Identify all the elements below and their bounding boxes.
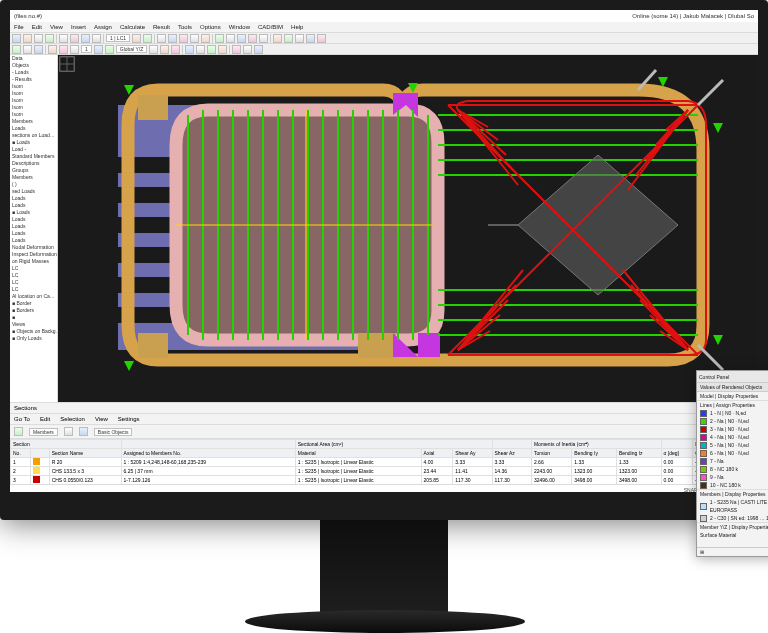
column-header[interactable]: Axial: [421, 449, 453, 458]
menu-cad/bim[interactable]: CAD/BIM: [258, 24, 283, 30]
table-cell[interactable]: 2243.00: [531, 467, 571, 476]
cp-material-item[interactable]: 1 - S235 Na | CASTI LITE EUROPASS: [697, 498, 768, 514]
nav-item[interactable]: Objects: [10, 62, 57, 69]
tool-icon[interactable]: [218, 45, 227, 54]
nav-item[interactable]: Isom: [10, 111, 57, 118]
nav-item[interactable]: LC: [10, 286, 57, 293]
tool-icon[interactable]: [12, 34, 21, 43]
menu-edit[interactable]: Edit: [32, 24, 42, 30]
nav-item[interactable]: Standard Members: [10, 153, 57, 160]
table-row[interactable]: 2CHS 133.5 x 36.25 | 37 mm1 : S235 | Iso…: [11, 467, 758, 476]
table-cell[interactable]: 1323.00: [572, 467, 617, 476]
tool-icon[interactable]: [92, 34, 101, 43]
column-header[interactable]: Section Name: [49, 449, 121, 458]
column-header[interactable]: Material: [295, 449, 421, 458]
table-cell[interactable]: 1-7.129.126: [121, 476, 295, 485]
nav-item[interactable]: Nodal Deformation: [10, 244, 57, 251]
nav-item[interactable]: Members: [10, 118, 57, 125]
table-cell[interactable]: 2.66: [531, 458, 571, 467]
load-case-combo[interactable]: 1 | LC1: [106, 34, 130, 42]
tool-icon[interactable]: [157, 34, 166, 43]
tool-icon[interactable]: [215, 34, 224, 43]
filter-icon[interactable]: [14, 427, 23, 436]
nav-item[interactable]: Loads: [10, 237, 57, 244]
nav-item[interactable]: ■ Border: [10, 300, 57, 307]
nav-item[interactable]: Inspect Deformations: [10, 251, 57, 258]
tool-icon[interactable]: [306, 34, 315, 43]
column-header[interactable]: Shear Az: [492, 449, 531, 458]
cp-material-item[interactable]: 2 - C30 | SN ed: 1998 … 1.12 m: [697, 514, 768, 522]
titlebar[interactable]: (files no.#) Online (some 14) | Jakub Ma…: [10, 10, 758, 22]
tool-icon[interactable]: [160, 45, 169, 54]
tool-icon[interactable]: [105, 45, 114, 54]
tool-icon[interactable]: [34, 34, 43, 43]
tool-icon[interactable]: [243, 45, 252, 54]
sections-table[interactable]: SectionSectional Area (cm²)Moments of In…: [10, 439, 758, 484]
sections-cmd-go-to[interactable]: Go To: [14, 416, 30, 422]
menu-window[interactable]: Window: [229, 24, 250, 30]
sections-cmd-view[interactable]: View: [95, 416, 108, 422]
cp-color-item[interactable]: 5 - Na | N0 · N,ed: [697, 441, 768, 449]
cp-color-item[interactable]: 3 - Na | N0 · N,ed: [697, 425, 768, 433]
table-cell[interactable]: R 20: [49, 458, 121, 467]
table-cell[interactable]: 6.25 | 37 mm: [121, 467, 295, 476]
table-cell[interactable]: 1 : S235 | Isotropic | Linear Elastic: [295, 458, 421, 467]
menu-view[interactable]: View: [50, 24, 63, 30]
tool-icon[interactable]: [273, 34, 282, 43]
nav-item[interactable]: on Rigid Masses: [10, 258, 57, 265]
nav-item[interactable]: ( ): [10, 181, 57, 188]
table-cell[interactable]: [30, 476, 49, 485]
axis-combo[interactable]: Global Y/Z: [116, 45, 148, 53]
table-cell[interactable]: 1: [11, 458, 31, 467]
nav-item[interactable]: Descriptions: [10, 160, 57, 167]
nav-item[interactable]: sections on Load…: [10, 132, 57, 139]
control-panel[interactable]: Control Panel × Values of Rendered Objec…: [696, 370, 768, 557]
navigator-panel[interactable]: DataObjects- Loads- ResultsIsomIsomIsomI…: [10, 55, 58, 402]
cp-color-item[interactable]: 4 - Na | N0 · N,ed: [697, 433, 768, 441]
table-cell[interactable]: [30, 467, 49, 476]
table-cell[interactable]: 0.00: [661, 458, 693, 467]
cp-color-item[interactable]: 10 - NC 180 k: [697, 481, 768, 489]
tool-icon[interactable]: [171, 45, 180, 54]
table-cell[interactable]: 205.85: [421, 476, 453, 485]
tool-icon[interactable]: [190, 34, 199, 43]
cp-color-item[interactable]: 8 - NC 180 k: [697, 465, 768, 473]
tool-icon[interactable]: [59, 34, 68, 43]
menu-tools[interactable]: Tools: [178, 24, 192, 30]
table-cell[interactable]: 1 : S235 | Isotropic | Linear Elastic: [295, 467, 421, 476]
tool-icon[interactable]: [248, 34, 257, 43]
column-header[interactable]: Torsion: [531, 449, 571, 458]
table-cell[interactable]: 3: [11, 476, 31, 485]
sections-filter-row[interactable]: Members Basic Objects: [10, 425, 758, 439]
table-cell[interactable]: [30, 458, 49, 467]
nav-item[interactable]: Groups: [10, 167, 57, 174]
menu-calculate[interactable]: Calculate: [120, 24, 145, 30]
tool-icon[interactable]: [295, 34, 304, 43]
filter-icon[interactable]: [79, 427, 88, 436]
nav-item[interactable]: Views: [10, 321, 57, 328]
nav-item[interactable]: - Results: [10, 76, 57, 83]
tool-icon[interactable]: [34, 45, 43, 54]
toolbar-row-2[interactable]: 1 Global Y/Z: [10, 44, 758, 55]
tool-icon[interactable]: [232, 45, 241, 54]
tool-icon[interactable]: [23, 45, 32, 54]
sections-cmd-edit[interactable]: Edit: [40, 416, 50, 422]
menu-assign[interactable]: Assign: [94, 24, 112, 30]
cp-color-item[interactable]: 6 - Na | N0 · N,ed: [697, 449, 768, 457]
menubar[interactable]: FileEditViewInsertAssignCalculateResultT…: [10, 22, 758, 33]
tool-icon[interactable]: [168, 34, 177, 43]
table-cell[interactable]: 0.00: [661, 476, 693, 485]
table-cell[interactable]: 1.33: [572, 458, 617, 467]
control-panel-titlebar[interactable]: Control Panel ×: [697, 371, 768, 383]
column-header[interactable]: [30, 449, 49, 458]
value-combo[interactable]: 1: [81, 45, 92, 53]
table-cell[interactable]: 1 : S235 | Isotropic | Linear Elastic: [295, 476, 421, 485]
statusbar[interactable]: SNAPGRIDISOOSNAP: [10, 484, 758, 492]
column-header[interactable]: Shear Ay: [453, 449, 492, 458]
tool-icon[interactable]: [132, 34, 141, 43]
nav-item[interactable]: ■ Borders: [10, 307, 57, 314]
toolbar-row-1[interactable]: 1 | LC1: [10, 33, 758, 44]
cp-color-item[interactable]: 9 - Na: [697, 473, 768, 481]
table-cell[interactable]: 2: [11, 467, 31, 476]
nav-item[interactable]: Al location on Ca…: [10, 293, 57, 300]
